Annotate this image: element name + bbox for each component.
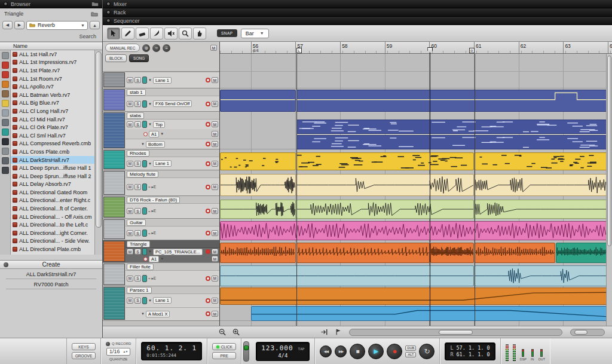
folder-icon[interactable] (91, 1, 99, 7)
device-icon[interactable] (103, 171, 125, 195)
solo-button[interactable]: S (134, 208, 141, 214)
lane-clip-area[interactable] (220, 73, 612, 88)
clip[interactable] (220, 221, 612, 240)
record-arm-button[interactable] (206, 161, 210, 166)
lane-clip-area[interactable] (220, 243, 612, 263)
file-item[interactable]: ALL Directional Plate.cmb (11, 245, 94, 253)
file-item[interactable]: ALL Delay Absorb.rv7 (11, 181, 94, 189)
file-item[interactable]: ALL Cl Ork Plate.rv7 (11, 123, 94, 131)
scrollbar-thumb[interactable] (96, 51, 102, 228)
marker-flag-icon[interactable] (333, 328, 344, 337)
transport-track-mute[interactable]: M (210, 45, 217, 51)
file-item[interactable]: ALL Cross Plate.cmb (11, 148, 94, 156)
clip[interactable] (475, 152, 612, 170)
mute-button[interactable]: M (127, 121, 133, 127)
record-arm-button[interactable] (206, 78, 210, 82)
file-item[interactable]: ALL Cl Sml Hall.rv7 (11, 131, 94, 140)
file-item[interactable]: ALL Directional...enter Right.c (11, 197, 94, 205)
track-name[interactable]: Rhodes (127, 150, 149, 157)
snap-value-dropdown[interactable]: Bar ▼ (241, 29, 269, 38)
rack-titlebar[interactable]: Rack (103, 8, 612, 17)
lane-row[interactable]: MS≈▸EM (126, 203, 219, 218)
stop-button[interactable]: ■ (350, 344, 365, 359)
snap-toggle[interactable]: SNAP (217, 29, 237, 37)
add-track-icon[interactable]: ⊕ (142, 44, 150, 52)
note-lane-icon[interactable]: ▸E (152, 231, 157, 235)
pencil-tool[interactable] (121, 27, 134, 39)
record-arm-button[interactable] (143, 132, 148, 136)
device-icon[interactable] (103, 112, 125, 148)
file-item[interactable]: ALL 1st Plate.rv7 (11, 66, 94, 75)
file-item[interactable]: ALL Directional... - Off Axis.cm (11, 213, 94, 221)
quantize-record-icon[interactable] (106, 342, 110, 346)
file-item[interactable]: ALL Directional... - Side View. (11, 237, 94, 246)
pre-count-button[interactable]: PRE (212, 352, 236, 359)
solo-button[interactable]: S (134, 121, 141, 127)
file-item[interactable]: ALL Directional...ight Corner. (11, 229, 94, 237)
automation-icon[interactable]: ≈ (148, 276, 151, 280)
lane-mute-button[interactable]: M (212, 161, 218, 167)
back-button[interactable]: ◀ (2, 21, 13, 29)
groove-button[interactable]: GROOVE (72, 352, 96, 359)
file-item[interactable]: ALL Directional Gated Room (11, 188, 94, 197)
lane-sub-row[interactable]: A1▼M (126, 129, 219, 139)
magnify-tool[interactable] (179, 27, 192, 39)
track-panel-row[interactable]: Filler fluteMS≈▸EM (103, 263, 219, 286)
device-shortcut-icon[interactable] (2, 109, 9, 117)
lane-label[interactable]: Lane 1 (153, 160, 172, 167)
mute-button[interactable]: M (127, 101, 133, 107)
track-panel-row[interactable]: TriangleMS▼PC_105_TRIANGLE...MA1▼M (103, 240, 219, 263)
lane-mute-button[interactable]: M (212, 208, 218, 214)
device-shortcut-icon[interactable] (2, 167, 9, 174)
manual-rec-button[interactable]: MANUAL REC (105, 44, 140, 52)
lanes-icon[interactable]: ≡ (163, 44, 170, 52)
record-button[interactable]: ● (387, 344, 402, 359)
device-shortcut-icon[interactable] (2, 119, 9, 126)
scrollbar-thumb[interactable] (574, 330, 587, 335)
lane-row[interactable]: MS≈▸EM (126, 270, 219, 286)
arrangement-timeline[interactable]: 5657585960616263644/4 L R (220, 42, 612, 326)
device-icon[interactable] (103, 241, 125, 262)
track-panel-row[interactable]: GuitarMS≈▸EM (103, 219, 219, 240)
solo-button[interactable]: S (134, 298, 141, 304)
automation-icon[interactable]: ≈ (148, 231, 151, 235)
lane-row[interactable]: MS▼Lane 1M (126, 293, 219, 307)
record-arm-button[interactable] (206, 142, 210, 146)
automation-icon[interactable]: ≈ (148, 185, 151, 189)
lane-row[interactable]: MS▼FX6 Send On/OffM (126, 96, 219, 111)
file-item[interactable]: ALL DarkStrsHall.rv7 (11, 156, 94, 164)
lane-row[interactable]: MS≈▸EM (126, 226, 219, 240)
device-icon[interactable] (103, 150, 125, 169)
razor-tool[interactable] (150, 27, 163, 39)
spinner-icon[interactable]: ▲▼ (123, 350, 127, 353)
track-name[interactable]: Parsec 1 (127, 287, 152, 293)
mute-button[interactable]: M (127, 298, 133, 304)
dub-button[interactable]: DUB (405, 345, 416, 351)
solo-button[interactable]: S (134, 101, 141, 107)
clip[interactable] (475, 174, 612, 196)
solo-button[interactable]: S (134, 184, 141, 190)
clip[interactable] (296, 135, 612, 149)
lane-clip-area[interactable] (220, 200, 612, 219)
create-section-header[interactable]: Create (0, 260, 102, 269)
device-shortcut-icon[interactable] (2, 52, 9, 59)
track-panel-row[interactable]: Parsec 1MS▼Lane 1M▼A Mod1 XM (103, 286, 219, 321)
lane-mute-button[interactable]: M (212, 184, 218, 190)
solo-button[interactable]: S (134, 249, 141, 255)
automation-icon[interactable]: ≈ (148, 209, 151, 213)
track-panel-row[interactable]: stabsMS▼TopMA1▼M▼BottomM (103, 112, 219, 149)
clip[interactable] (220, 287, 612, 305)
track-name[interactable]: Guitar (127, 219, 146, 226)
track-panel-row[interactable]: MS▼Lane 1M (103, 72, 219, 88)
clip[interactable] (296, 174, 474, 196)
mute-tool[interactable] (164, 27, 178, 39)
lane-label[interactable]: Lane 1 (153, 297, 172, 304)
lane-clip-area[interactable] (220, 287, 612, 305)
block-mode-button[interactable]: BLOCK (105, 54, 127, 62)
window-button[interactable] (106, 10, 111, 14)
device-shortcut-icon[interactable] (2, 129, 9, 136)
lane-mute-button[interactable]: M (212, 101, 218, 107)
record-arm-button[interactable] (206, 276, 210, 281)
mute-button[interactable]: M (127, 161, 133, 167)
play-button[interactable]: ▶ (368, 344, 384, 359)
